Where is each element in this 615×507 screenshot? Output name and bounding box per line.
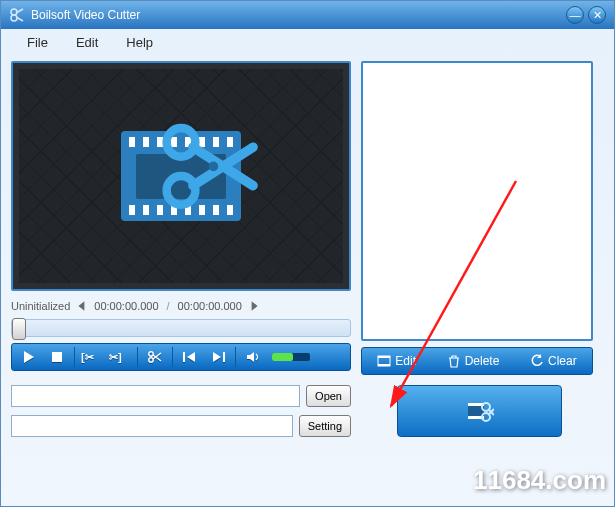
bottom-row: Open Setting (1, 375, 614, 437)
separator (74, 347, 75, 367)
output-file-field[interactable] (11, 415, 293, 437)
minimize-button[interactable]: — (566, 6, 584, 24)
menu-help[interactable]: Help (112, 31, 167, 54)
titlebar: Boilsoft Video Cutter — ✕ (1, 1, 614, 29)
play-button[interactable] (16, 346, 42, 368)
trash-icon (447, 354, 461, 368)
app-title: Boilsoft Video Cutter (31, 8, 562, 22)
separator (235, 347, 236, 367)
list-actions-bar: Edit Delete Clear (361, 347, 593, 375)
menu-edit[interactable]: Edit (62, 31, 112, 54)
menu-file[interactable]: File (13, 31, 62, 54)
mark-in-button[interactable]: [✂ (79, 346, 105, 368)
svg-text:[✂: [✂ (81, 351, 94, 363)
svg-point-2 (167, 128, 196, 157)
delete-button[interactable]: Delete (441, 354, 506, 368)
stop-button[interactable] (44, 346, 70, 368)
time-separator: / (165, 300, 172, 312)
video-preview (11, 61, 351, 291)
svg-rect-13 (378, 356, 390, 358)
seek-thumb[interactable] (12, 318, 26, 340)
svg-point-1 (11, 15, 17, 21)
clear-button[interactable]: Clear (524, 354, 583, 368)
step-back-icon[interactable] (76, 300, 88, 312)
left-panel: Uninitialized 00:00:00.000 / 00:00:00.00… (11, 61, 351, 375)
svg-point-0 (11, 9, 17, 15)
volume-level (272, 353, 293, 361)
clip-list[interactable] (361, 61, 593, 341)
svg-point-8 (149, 352, 153, 356)
open-button[interactable]: Open (306, 385, 351, 407)
input-file-field[interactable] (11, 385, 300, 407)
step-forward-icon[interactable] (248, 300, 260, 312)
app-icon (9, 7, 25, 23)
clear-label: Clear (548, 354, 577, 368)
svg-rect-5 (52, 352, 62, 362)
menubar: File Edit Help (1, 29, 614, 55)
svg-point-9 (149, 358, 153, 362)
svg-point-4 (209, 162, 219, 172)
volume-button[interactable] (240, 346, 266, 368)
svg-rect-11 (223, 352, 225, 362)
app-window: Boilsoft Video Cutter — ✕ File Edit Help (0, 0, 615, 507)
svg-rect-14 (378, 364, 390, 366)
separator (172, 347, 173, 367)
prev-frame-button[interactable] (177, 346, 203, 368)
delete-label: Delete (465, 354, 500, 368)
svg-point-3 (167, 176, 196, 205)
edit-label: Edit (395, 354, 416, 368)
mark-out-button[interactable]: ✂] (107, 346, 133, 368)
cut-button[interactable] (142, 346, 168, 368)
setting-button[interactable]: Setting (299, 415, 351, 437)
volume-slider[interactable] (272, 353, 310, 361)
svg-rect-10 (183, 352, 185, 362)
next-frame-button[interactable] (205, 346, 231, 368)
status-state: Uninitialized (11, 300, 70, 312)
time-current: 00:00:00.000 (94, 300, 158, 312)
svg-text:✂]: ✂] (109, 351, 122, 363)
separator (137, 347, 138, 367)
playback-controls: [✂ ✂] (11, 343, 351, 371)
start-icon (466, 397, 494, 425)
close-button[interactable]: ✕ (588, 6, 606, 24)
right-panel: Edit Delete Clear (361, 61, 604, 375)
film-icon (377, 354, 391, 368)
scissors-icon (147, 106, 267, 226)
time-total: 00:00:00.000 (178, 300, 242, 312)
edit-button[interactable]: Edit (371, 354, 422, 368)
status-row: Uninitialized 00:00:00.000 / 00:00:00.00… (11, 297, 351, 315)
watermark: 11684.com (473, 465, 606, 496)
start-button[interactable] (397, 385, 562, 437)
seek-slider[interactable] (11, 319, 351, 337)
refresh-icon (530, 354, 544, 368)
